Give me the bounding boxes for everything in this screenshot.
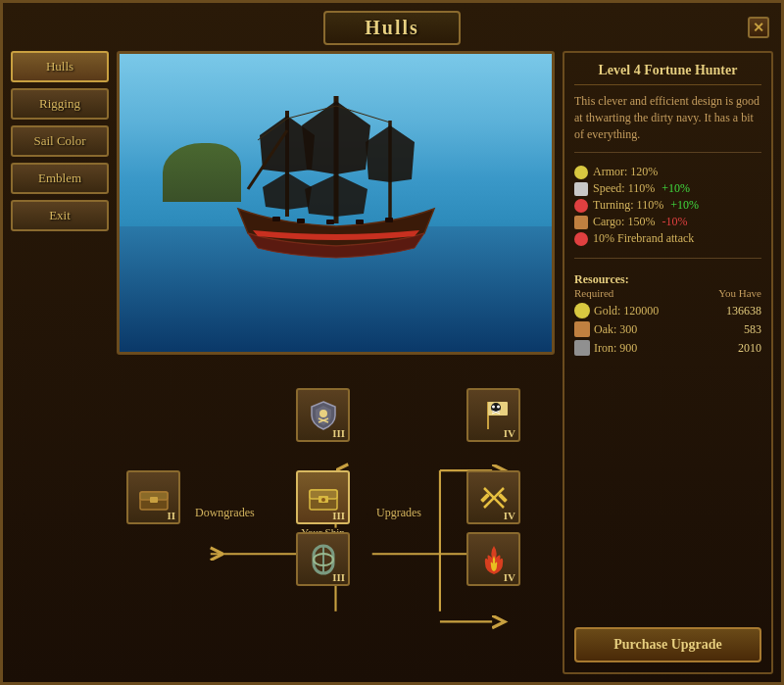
- nav-emblem[interactable]: Emblem: [11, 163, 109, 194]
- resource-gold: Gold: 120000 136638: [574, 303, 761, 318]
- armor-icon: [574, 166, 588, 179]
- svg-rect-8: [297, 219, 305, 223]
- ship-image-container: [117, 51, 555, 355]
- turning-bonus: +10%: [670, 198, 699, 213]
- node-level-right-mid: IV: [504, 510, 515, 521]
- divider-1: [574, 152, 761, 153]
- downgrades-label: Downgrades: [195, 506, 255, 520]
- firebrand-icon: [574, 232, 588, 246]
- iron-icon: [574, 340, 590, 356]
- node-level-current: III: [332, 510, 345, 521]
- stat-turning: Turning: 110% +10%: [574, 198, 761, 213]
- oak-have: 583: [744, 322, 761, 337]
- main-window: Hulls ✕ Hulls Rigging Sail Color Emblem …: [0, 0, 784, 685]
- title-banner: Hulls: [323, 11, 461, 45]
- svg-point-29: [321, 498, 325, 502]
- upgrade-tree: II: [117, 361, 555, 674]
- nav-sail-color[interactable]: Sail Color: [11, 125, 109, 157]
- node-level-center-bot: III: [332, 571, 345, 583]
- resource-gold-left: Gold: 120000: [574, 303, 659, 318]
- stat-armor: Armor: 120%: [574, 165, 761, 179]
- gold-icon: [574, 303, 590, 318]
- upgrade-node-center-bot[interactable]: III: [296, 532, 350, 586]
- resources-columns: Required You Have: [574, 287, 761, 299]
- divider-2: [574, 258, 761, 259]
- stat-cargo: Cargo: 150% -10%: [574, 215, 761, 229]
- node-level-left: II: [167, 510, 175, 521]
- upgrade-node-left[interactable]: II: [126, 470, 180, 524]
- resource-iron: Iron: 900 2010: [574, 340, 761, 356]
- nav-exit[interactable]: Exit: [11, 200, 109, 231]
- firebrand-value: 10% Firebrand attack: [593, 231, 694, 246]
- upgrade-node-right-bot[interactable]: IV: [466, 532, 520, 586]
- col-have: You Have: [718, 287, 761, 299]
- upgrade-node-right-top[interactable]: IV: [466, 388, 520, 442]
- svg-rect-9: [326, 220, 334, 224]
- window-title: Hulls: [365, 17, 419, 38]
- title-bar: Hulls ✕: [3, 3, 781, 51]
- close-button[interactable]: ✕: [748, 17, 769, 38]
- node-level-right-top: IV: [504, 427, 515, 439]
- resources-section: Resources: Required You Have Gold: 12000…: [574, 272, 761, 359]
- svg-rect-42: [480, 493, 490, 503]
- purchase-button[interactable]: Purchase Upgrade: [574, 627, 761, 662]
- upgrade-node-center-top[interactable]: III: [296, 388, 350, 442]
- right-panel: Level 4 Fortune Hunter This clever and e…: [563, 51, 773, 674]
- svg-rect-22: [150, 497, 158, 503]
- nav-rigging[interactable]: Rigging: [11, 88, 109, 120]
- oak-icon: [574, 321, 590, 337]
- oak-label: Oak: 300: [594, 322, 637, 337]
- resource-oak-left: Oak: 300: [574, 321, 637, 337]
- svg-rect-10: [356, 220, 364, 224]
- turning-icon: [574, 199, 588, 213]
- speed-bonus: +10%: [662, 181, 690, 196]
- stat-speed: Speed: 110% +10%: [574, 181, 761, 196]
- nav-hulls[interactable]: Hulls: [11, 51, 109, 82]
- upgrade-node-right-mid[interactable]: IV: [466, 470, 520, 524]
- col-required: Required: [574, 287, 613, 299]
- svg-point-37: [497, 405, 500, 408]
- node-level-right-bot: IV: [504, 571, 515, 583]
- stats-section: Armor: 120% Speed: 110% +10% Turning: 11…: [574, 163, 761, 248]
- upgrades-label: Upgrades: [376, 506, 421, 520]
- svg-point-36: [492, 405, 495, 408]
- content-area: Hulls Rigging Sail Color Emblem Exit: [3, 51, 781, 682]
- svg-rect-7: [272, 217, 280, 221]
- upgrade-node-current[interactable]: III Your Ship: [296, 470, 350, 538]
- left-nav: Hulls Rigging Sail Color Emblem Exit: [11, 51, 109, 674]
- iron-have: 2010: [738, 341, 761, 356]
- iron-label: Iron: 900: [594, 341, 637, 356]
- ship-illustration: [199, 81, 473, 277]
- svg-rect-43: [498, 493, 508, 503]
- resource-oak: Oak: 300 583: [574, 321, 761, 337]
- cargo-bonus: -10%: [662, 215, 687, 229]
- gold-have: 136638: [726, 304, 761, 318]
- speed-value: Speed: 110%: [593, 181, 655, 196]
- node-level-center-top: III: [332, 427, 345, 439]
- cargo-value: Cargo: 150%: [593, 215, 655, 229]
- speed-icon: [574, 182, 588, 196]
- turning-value: Turning: 110%: [593, 198, 663, 213]
- svg-rect-11: [385, 218, 393, 222]
- armor-value: Armor: 120%: [593, 165, 658, 179]
- ship-description: This clever and efficient design is good…: [574, 93, 761, 142]
- ship-display: II: [117, 51, 555, 674]
- resources-header: Resources:: [574, 272, 761, 287]
- resource-iron-left: Iron: 900: [574, 340, 637, 356]
- svg-point-23: [319, 410, 327, 417]
- cargo-icon: [574, 216, 588, 229]
- gold-label: Gold: 120000: [594, 304, 659, 318]
- ship-title: Level 4 Fortune Hunter: [574, 63, 761, 85]
- stat-firebrand: 10% Firebrand attack: [574, 231, 761, 246]
